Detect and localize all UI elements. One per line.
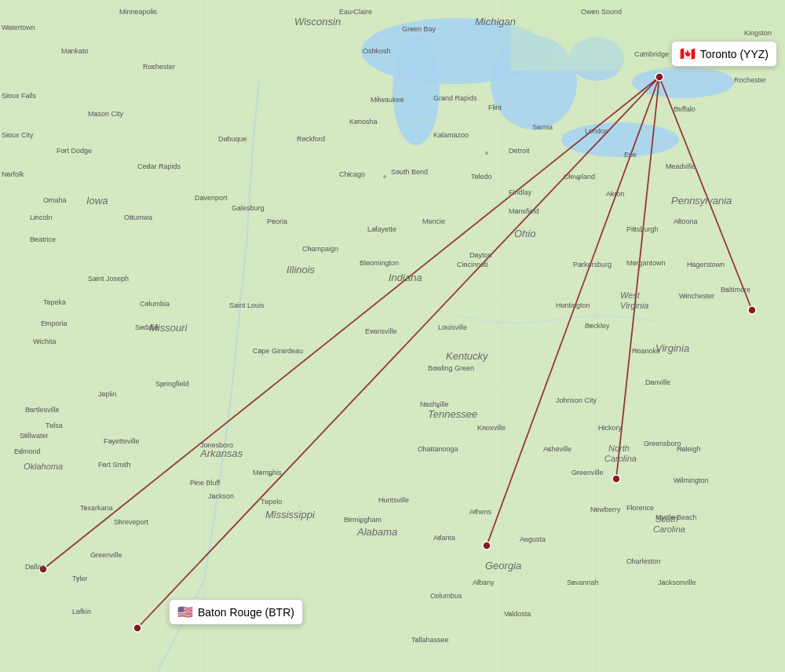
svg-text:Topeka: Topeka: [43, 298, 66, 306]
svg-point-272: [84, 506, 87, 509]
svg-text:North: North: [608, 444, 630, 453]
svg-point-5: [632, 67, 734, 98]
svg-text:Hickory: Hickory: [598, 424, 623, 432]
svg-text:Buffalo: Buffalo: [674, 105, 696, 113]
svg-text:Norfolk: Norfolk: [2, 170, 24, 178]
svg-text:London: London: [585, 127, 608, 135]
svg-text:Mason City: Mason City: [88, 110, 124, 118]
svg-point-233: [37, 340, 40, 343]
svg-point-277: [437, 536, 440, 539]
svg-text:Eau Claire: Eau Claire: [339, 8, 372, 16]
svg-text:Louisville: Louisville: [438, 323, 467, 331]
svg-text:Wisconsin: Wisconsin: [294, 16, 341, 27]
svg-point-287: [630, 560, 633, 563]
svg-text:Albany: Albany: [473, 579, 495, 586]
svg-point-226: [633, 261, 636, 265]
svg-point-208: [513, 191, 516, 194]
svg-text:Oklahoma: Oklahoma: [24, 462, 63, 471]
svg-text:Ottumwa: Ottumwa: [124, 214, 152, 221]
svg-text:Ohio: Ohio: [514, 228, 535, 239]
svg-point-215: [309, 247, 312, 250]
svg-point-204: [146, 165, 149, 168]
svg-point-193: [677, 107, 681, 110]
svg-text:Memphis: Memphis: [253, 469, 282, 477]
svg-text:Carolina: Carolina: [653, 524, 685, 534]
svg-point-238: [562, 304, 565, 307]
svg-point-229: [47, 301, 50, 304]
svg-point-26: [655, 73, 663, 81]
svg-point-253: [681, 447, 684, 451]
svg-point-236: [371, 330, 374, 333]
toronto-label-text: Toronto (YYZ): [700, 48, 769, 60]
svg-point-196: [225, 137, 228, 141]
svg-point-234: [45, 322, 48, 325]
svg-point-239: [683, 294, 686, 298]
svg-text:Lincoln: Lincoln: [30, 214, 53, 221]
svg-text:Tupelo: Tupelo: [261, 498, 282, 506]
svg-point-258: [206, 444, 210, 447]
svg-text:Carolina: Carolina: [604, 454, 637, 463]
svg-text:Mansfield: Mansfield: [509, 207, 539, 215]
svg-text:Virginia: Virginia: [655, 342, 689, 354]
svg-point-214: [272, 220, 275, 223]
svg-text:West: West: [620, 290, 641, 300]
svg-point-191: [536, 126, 539, 129]
svg-text:Wichita: Wichita: [33, 338, 57, 345]
svg-point-275: [265, 500, 268, 503]
svg-point-269: [594, 508, 597, 511]
svg-text:Green Bay: Green Bay: [402, 25, 436, 33]
svg-point-274: [194, 481, 197, 484]
svg-text:South Bend: South Bend: [391, 168, 428, 176]
svg-text:Athens: Athens: [469, 508, 492, 516]
svg-point-262: [547, 447, 550, 451]
svg-point-210: [610, 192, 613, 195]
svg-point-185: [642, 52, 645, 55]
svg-text:Jackson: Jackson: [208, 492, 234, 500]
svg-text:Kenosha: Kenosha: [349, 118, 378, 126]
svg-text:Augusta: Augusta: [520, 535, 546, 543]
svg-text:Atlanta: Atlanta: [433, 534, 455, 542]
svg-text:Rochester: Rochester: [734, 76, 766, 84]
svg-point-256: [24, 434, 27, 437]
svg-point-288: [662, 581, 665, 584]
svg-text:Tyler: Tyler: [72, 575, 88, 583]
svg-point-279: [677, 479, 681, 482]
svg-text:Morgantown: Morgantown: [626, 259, 666, 267]
svg-point-213: [238, 206, 241, 210]
svg-text:Saint Joseph: Saint Joseph: [88, 275, 129, 283]
svg-text:Detroit: Detroit: [509, 147, 530, 155]
svg-text:Dubuque: Dubuque: [218, 135, 247, 143]
svg-point-207: [476, 175, 479, 178]
svg-text:Alabama: Alabama: [356, 526, 397, 538]
svg-point-254: [28, 408, 31, 411]
svg-text:Lufkin: Lufkin: [72, 608, 91, 615]
svg-point-261: [484, 426, 487, 429]
svg-point-248: [424, 403, 427, 406]
svg-point-216: [374, 228, 377, 231]
svg-point-257: [110, 440, 113, 443]
svg-text:Pittsburgh: Pittsburgh: [626, 225, 659, 233]
svg-point-282: [29, 565, 32, 568]
svg-point-186: [6, 94, 9, 97]
svg-point-227: [691, 263, 694, 266]
svg-point-32: [383, 175, 386, 178]
svg-text:Illinois: Illinois: [287, 264, 316, 276]
usa-flag-icon: 🇺🇸: [177, 604, 193, 619]
svg-point-195: [63, 149, 66, 152]
svg-point-201: [628, 153, 631, 156]
canada-flag-icon: 🇨🇦: [680, 46, 696, 61]
svg-point-263: [575, 471, 579, 474]
svg-point-220: [677, 220, 681, 223]
svg-text:Mankato: Mankato: [61, 47, 89, 55]
svg-point-212: [201, 196, 204, 199]
svg-point-266: [212, 495, 215, 498]
svg-point-187: [94, 112, 97, 115]
svg-point-218: [515, 210, 518, 213]
svg-point-242: [434, 367, 437, 370]
svg-point-224: [463, 263, 466, 266]
svg-text:Omaha: Omaha: [43, 196, 67, 204]
svg-point-183: [152, 65, 155, 68]
svg-text:Joplin: Joplin: [98, 390, 117, 398]
svg-point-222: [130, 216, 133, 219]
svg-point-200: [513, 149, 516, 152]
